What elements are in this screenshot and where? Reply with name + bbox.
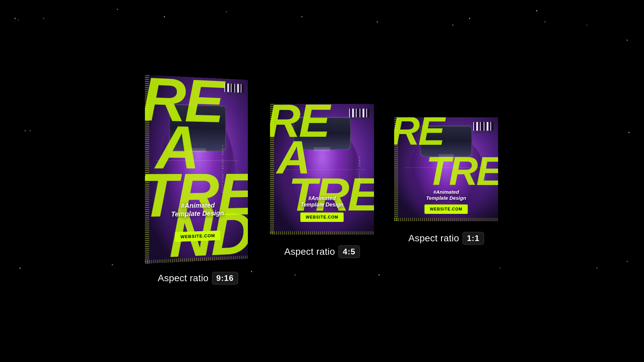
glitch-line-11 xyxy=(405,167,488,168)
barcode-line xyxy=(368,109,369,117)
aspect-ratio-text-45: Aspect ratio xyxy=(284,246,335,257)
hashtag-text-916: #Animated Template Design xyxy=(164,201,230,218)
barcode-line xyxy=(363,109,364,117)
dot-border-left-45 xyxy=(270,104,274,235)
dot-border-left-916 xyxy=(145,75,149,263)
barcode-line xyxy=(236,84,236,93)
hashtag-text-11: #Animated Template Design xyxy=(418,189,475,201)
barcode-line xyxy=(479,122,479,131)
barcode-line xyxy=(485,122,486,131)
barcode-line xyxy=(229,83,230,92)
aspect-ratio-text-916: Aspect ratio xyxy=(158,273,208,284)
website-btn-45: WEBSITE.COM xyxy=(301,213,344,222)
hashtag-line2-916: Template Design xyxy=(171,209,224,218)
card-wrapper-11: RE TRE xyxy=(394,117,498,245)
barcode-number-45: 4800171175 xyxy=(349,118,369,120)
barcode-line xyxy=(475,122,475,131)
barcode-number-916: 4800171175 xyxy=(224,93,244,96)
barcode-line xyxy=(492,122,493,131)
dot-border-bottom-11 xyxy=(394,218,498,221)
aspect-label-11: Aspect ratio 1:1 xyxy=(408,232,484,245)
aspect-label-916: Aspect ratio 9:16 xyxy=(158,272,238,285)
card-11: RE TRE xyxy=(394,117,498,221)
hashtag-line1-45: #Animated xyxy=(308,195,336,201)
card-image-11: RE TRE xyxy=(394,117,498,221)
barcode-lines-11 xyxy=(473,122,493,131)
aspect-ratio-badge-916: 9:16 xyxy=(212,272,238,285)
barcode-line xyxy=(231,83,231,92)
barcode-line xyxy=(481,122,483,131)
vr-headset-916 xyxy=(169,104,226,151)
barcode-11: 4800171175 xyxy=(473,122,493,134)
barcode-line xyxy=(480,122,481,131)
barcode-line xyxy=(489,122,490,131)
hashtag-line2-45: Template Design xyxy=(301,202,343,207)
barcode-lines-45 xyxy=(349,109,369,117)
vr-headset-11 xyxy=(420,126,472,157)
dot-border-bottom-45 xyxy=(270,231,374,235)
card-916: RE A TRE ND xyxy=(145,75,248,263)
barcode-line xyxy=(356,109,357,117)
barcode-line xyxy=(224,83,225,92)
barcode-number-11: 4800171175 xyxy=(473,131,493,134)
barcode-line xyxy=(241,84,241,93)
barcode-line xyxy=(490,122,491,131)
barcode-line xyxy=(487,122,488,131)
barcode-line xyxy=(484,122,484,131)
aspect-label-45: Aspect ratio 4:5 xyxy=(284,245,360,258)
aspect-ratio-text-11: Aspect ratio xyxy=(408,233,459,244)
card-image-45: RE A TRE xyxy=(270,104,374,235)
barcode-line xyxy=(234,84,235,93)
hashtag-line1-916: #Animated xyxy=(181,201,215,209)
barcode-line xyxy=(366,109,367,117)
barcode-line xyxy=(239,84,240,93)
barcode-line xyxy=(227,83,229,92)
card-wrapper-916: RE A TRE ND xyxy=(146,77,250,285)
barcode-line xyxy=(360,109,360,117)
barcode-line xyxy=(237,84,239,93)
barcode-line xyxy=(476,122,478,131)
barcode-line xyxy=(355,109,355,117)
main-container: RE A TRE ND xyxy=(0,0,644,362)
barcode-line xyxy=(352,109,354,117)
card-image-916: RE A TRE ND xyxy=(145,75,248,263)
hashtag-line1-11: #Animated xyxy=(433,189,459,195)
aspect-ratio-badge-45: 4:5 xyxy=(338,245,360,258)
hashtag-line2-11: Template Design xyxy=(426,195,466,201)
side-text-11: V-KING | Open xyxy=(483,158,486,181)
barcode-45: 4800171175 xyxy=(349,109,369,121)
barcode-916: 4800171175 xyxy=(224,83,244,96)
barcode-line xyxy=(226,83,226,92)
vr-headset-45 xyxy=(293,117,351,150)
hashtag-text-45: #Animated Template Design xyxy=(292,195,352,208)
barcode-line xyxy=(242,84,244,93)
website-btn-11: WEBSITE.COM xyxy=(425,204,468,214)
barcode-line xyxy=(232,84,234,93)
card-wrapper-45: RE A TRE xyxy=(270,104,374,258)
barcode-line xyxy=(365,109,366,117)
card-45: RE A TRE xyxy=(270,104,374,235)
barcode-line xyxy=(361,109,362,117)
barcode-line xyxy=(473,122,474,131)
barcode-line xyxy=(349,109,350,117)
aspect-ratio-badge-11: 1:1 xyxy=(463,232,484,245)
side-text-45: V-KING | Cover xyxy=(358,157,361,182)
side-text-916: V-KING | Cover | Italic | File xyxy=(222,145,224,194)
glitch-line-45 xyxy=(278,169,367,170)
website-btn-916: WEBSITE.COM xyxy=(175,231,220,242)
barcode-line xyxy=(351,109,351,117)
barcode-line xyxy=(357,109,359,117)
barcode-lines-916 xyxy=(224,83,244,93)
dot-border-left-11 xyxy=(394,117,398,221)
